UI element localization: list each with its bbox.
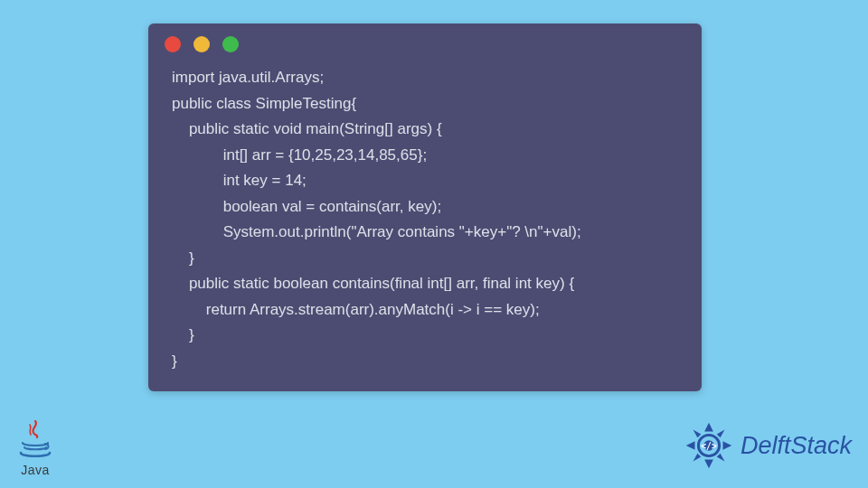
- close-icon[interactable]: [165, 36, 181, 52]
- delftstack-badge-icon: </>: [681, 418, 737, 474]
- code-window: import java.util.Arrays; public class Si…: [148, 23, 702, 391]
- delftstack-logo-label: DelftStack: [741, 432, 852, 460]
- java-logo-label: Java: [13, 463, 58, 477]
- minimize-icon[interactable]: [193, 36, 210, 52]
- window-titlebar: [148, 23, 702, 60]
- maximize-icon[interactable]: [222, 36, 239, 52]
- code-content: import java.util.Arrays; public class Si…: [148, 60, 702, 375]
- java-cup-icon: [17, 419, 53, 463]
- java-logo: Java: [13, 419, 58, 477]
- delftstack-logo: </> DelftStack: [681, 418, 852, 474]
- svg-text:</>: </>: [701, 441, 717, 451]
